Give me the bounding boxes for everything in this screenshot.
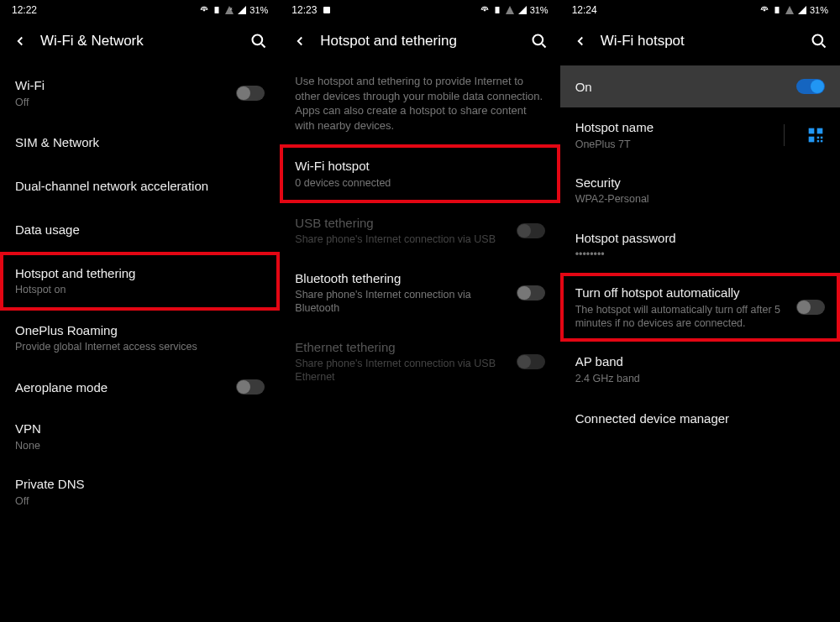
item-title: VPN (15, 421, 265, 437)
item-private-dns[interactable]: Private DNS Off (0, 464, 280, 520)
item-sub: Hotspot on (15, 283, 265, 296)
svg-point-5 (484, 9, 486, 11)
svg-point-0 (203, 9, 205, 11)
status-bar: 12:23 31% (280, 0, 559, 20)
aeroplane-toggle[interactable] (236, 379, 265, 395)
svg-rect-17 (821, 140, 823, 143)
item-sub: Share phone's Internet connection via US… (295, 357, 506, 384)
item-title: Wi-Fi hotspot (295, 158, 544, 175)
svg-point-8 (764, 9, 765, 11)
item-title: Bluetooth tethering (295, 270, 506, 287)
item-title: USB tethering (295, 215, 506, 232)
hotspot-on-toggle[interactable] (796, 79, 825, 94)
banner-title: On (575, 80, 592, 94)
settings-list: On Hotspot name OnePlus 7T Security WPA2… (560, 65, 840, 449)
usb-tethering-toggle (517, 223, 545, 238)
hotspot-on-banner[interactable]: On (560, 65, 840, 107)
bluetooth-tethering-toggle[interactable] (517, 285, 545, 301)
item-title: Wi-Fi (15, 77, 226, 94)
screenshot-status-icon (322, 5, 332, 15)
wifi-toggle[interactable] (236, 86, 265, 101)
item-ap-band[interactable]: AP band 2.4 GHz band (560, 342, 840, 397)
status-time: 12:22 (12, 4, 37, 16)
item-sub: Provide global Internet access services (15, 340, 265, 353)
phone-3-wifi-hotspot: 12:24 31% Wi-Fi hotspot (560, 0, 840, 622)
signal-status-icon (517, 5, 528, 15)
svg-point-10 (812, 35, 822, 45)
item-connected-device-manager[interactable]: Connected device manager (560, 397, 840, 441)
status-bar: 12:22 x 31% (0, 0, 280, 20)
page-title: Hotspot and tethering (320, 33, 517, 50)
item-title: Ethernet tethering (295, 339, 506, 356)
header: Wi-Fi & Network (0, 20, 280, 65)
item-sub: The hotspot will automatically turn off … (575, 303, 786, 331)
settings-list: Wi-Fi Off SIM & Network Dual-channel net… (0, 65, 280, 528)
divider (784, 124, 785, 146)
svg-rect-4 (323, 7, 330, 13)
item-title: Connected device manager (575, 410, 825, 427)
item-aeroplane-mode[interactable]: Aeroplane mode (0, 365, 280, 409)
item-title: Dual-channel network acceleration (15, 178, 265, 195)
hotspot-status-icon (199, 5, 209, 15)
item-auto-turnoff[interactable]: Turn off hotspot automatically The hotsp… (560, 273, 840, 342)
item-sub: 2.4 GHz band (575, 372, 825, 385)
hotspot-status-icon (759, 5, 769, 15)
item-wifi[interactable]: Wi-Fi Off (0, 65, 280, 121)
item-sub: Share phone's Internet connection via Bl… (295, 288, 506, 316)
item-security[interactable]: Security WPA2-Personal (560, 163, 840, 218)
status-time: 12:24 (572, 4, 597, 16)
item-title: SIM & Network (15, 134, 265, 151)
search-icon[interactable] (530, 32, 549, 50)
svg-rect-6 (495, 7, 499, 13)
item-wifi-hotspot[interactable]: Wi-Fi hotspot 0 devices connected (280, 144, 559, 203)
item-vpn[interactable]: VPN None (0, 409, 280, 464)
item-sub: None (15, 439, 265, 452)
hotspot-status-icon (480, 5, 490, 15)
item-sub: Off (15, 494, 265, 508)
item-title: Hotspot password (575, 230, 825, 247)
back-icon[interactable] (291, 33, 308, 50)
status-time: 12:23 (291, 4, 317, 16)
auto-turnoff-toggle[interactable] (796, 300, 825, 315)
battery-percent: 31% (530, 5, 549, 15)
svg-point-7 (533, 35, 543, 45)
vibrate-status-icon (492, 5, 502, 15)
svg-point-3 (253, 35, 263, 45)
page-title: Wi-Fi hotspot (601, 33, 798, 50)
item-sub: OnePlus 7T (575, 138, 774, 151)
back-icon[interactable] (572, 33, 589, 50)
item-sub: •••••••• (575, 248, 825, 261)
settings-list: Use hotspot and tethering to provide Int… (280, 65, 559, 405)
item-bluetooth-tethering[interactable]: Bluetooth tethering Share phone's Intern… (280, 259, 559, 327)
svg-rect-9 (774, 7, 779, 13)
item-sim-network[interactable]: SIM & Network (0, 121, 280, 165)
item-title: Data usage (15, 222, 265, 238)
item-hotspot-password[interactable]: Hotspot password •••••••• (560, 218, 840, 274)
item-title: Hotspot and tethering (15, 265, 265, 282)
item-hotspot-name[interactable]: Hotspot name OnePlus 7T (560, 107, 840, 163)
svg-rect-14 (817, 137, 820, 139)
svg-rect-1 (215, 7, 219, 13)
phone-1-wifi-network: 12:22 x 31% Wi-Fi & Network (0, 0, 280, 622)
item-hotspot-tethering[interactable]: Hotspot and tethering Hotspot on (0, 252, 280, 311)
item-oneplus-roaming[interactable]: OnePlus Roaming Provide global Internet … (0, 311, 280, 366)
page-title: Wi-Fi & Network (40, 33, 238, 50)
signal-x-status-icon (505, 5, 515, 15)
item-title: Aeroplane mode (15, 379, 226, 396)
search-icon[interactable] (249, 32, 268, 50)
qr-code-icon[interactable] (806, 126, 825, 144)
signal-x-status-icon (785, 5, 795, 15)
back-icon[interactable] (12, 33, 29, 50)
svg-rect-11 (809, 128, 815, 134)
svg-rect-12 (817, 128, 823, 134)
phone-2-hotspot-tethering: 12:23 31% Hotspot and tethering (280, 0, 559, 622)
item-ethernet-tethering: Ethernet tethering Share phone's Interne… (280, 327, 559, 396)
header: Hotspot and tethering (280, 20, 559, 65)
signal-status-icon (797, 5, 807, 15)
signal-status-icon (237, 5, 247, 15)
item-dual-channel[interactable]: Dual-channel network acceleration (0, 165, 280, 208)
search-icon[interactable] (810, 32, 828, 50)
item-usb-tethering: USB tethering Share phone's Internet con… (280, 203, 559, 259)
svg-text:x: x (230, 6, 233, 11)
item-data-usage[interactable]: Data usage (0, 208, 280, 252)
